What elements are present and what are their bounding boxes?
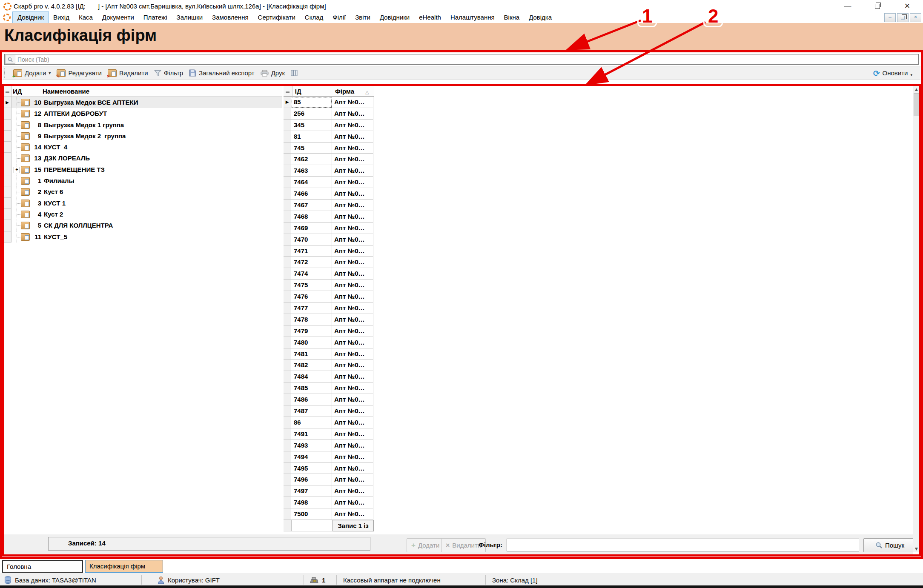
tree-row[interactable]: 11КУСТ_5 <box>3 231 282 243</box>
menu-item-16[interactable]: Довідка <box>524 12 556 23</box>
table-row[interactable]: 7485Апт №0… <box>284 382 374 394</box>
tree-row[interactable]: 5СК ДЛЯ КОЛЛЦЕНТРА <box>3 220 282 231</box>
tree-expander[interactable]: + <box>14 167 20 173</box>
tree-row-id: 12 <box>31 108 41 119</box>
table-row[interactable]: 7500Апт №0… <box>284 508 374 520</box>
table-row[interactable]: 7464Апт №0… <box>284 177 374 188</box>
tree-row[interactable]: 14КУСТ_4 <box>3 142 282 153</box>
tree-row[interactable]: 8Выгрузка Медок 1 группа <box>3 120 282 131</box>
table-row[interactable]: 7467Апт №0… <box>284 200 374 211</box>
tree-row[interactable]: 1Филиалы <box>3 175 282 186</box>
table-row[interactable]: 7472Апт №0… <box>284 257 374 268</box>
tree-row[interactable]: 3КУСТ 1 <box>3 198 282 209</box>
tab-classification[interactable]: Класифікація фірм <box>85 560 163 573</box>
tree-row-content: 8Выгрузка Медок 1 группа <box>11 120 282 131</box>
mdi-restore-button[interactable] <box>897 13 909 22</box>
tree-col-id[interactable]: ИД <box>11 88 43 95</box>
tab-home[interactable]: Головна <box>2 560 83 573</box>
tree-row[interactable]: +15ПЕРЕМЕЩЕНИЕ ТЗ <box>3 164 282 175</box>
table-row[interactable]: 7462Апт №0… <box>284 154 374 165</box>
delete-button[interactable]: × Видалити <box>105 69 151 78</box>
table-row[interactable]: 745Апт №0… <box>284 143 374 154</box>
search-input[interactable] <box>16 56 918 63</box>
scroll-down-arrow[interactable]: ▼ <box>913 545 920 552</box>
edit-button[interactable]: ✎ Редагувати <box>54 69 105 78</box>
folder-crate-icon <box>21 121 30 129</box>
refresh-button[interactable]: ⟳ Оновити ▾ <box>870 68 915 79</box>
menu-item-13[interactable]: eHealth <box>414 12 446 23</box>
table-row[interactable]: 7497Апт №0… <box>284 485 374 497</box>
window-minimize-button[interactable]: — <box>834 0 861 12</box>
table-row[interactable]: 345Апт №0… <box>284 120 374 131</box>
menu-item-6[interactable]: Залишки <box>172 12 208 23</box>
table-row[interactable]: 7481Апт №0… <box>284 348 374 360</box>
menu-item-9[interactable]: Склад <box>300 12 328 23</box>
tree-row[interactable]: ▶10Выгрузка Медок ВСЕ АПТЕКИ <box>3 97 282 108</box>
tree-row[interactable]: 4Куст 2 <box>3 209 282 220</box>
cell-firm: Апт №0… <box>332 177 373 188</box>
menu-item-7[interactable]: Замовлення <box>207 12 253 23</box>
filter-button[interactable]: Фільтр <box>151 69 186 77</box>
menu-item-11[interactable]: Звіти <box>350 12 375 23</box>
menu-item-10[interactable]: Філії <box>328 12 350 23</box>
scroll-up-arrow[interactable]: ▲ <box>913 86 920 93</box>
menu-item-12[interactable]: Довідники <box>375 12 414 23</box>
table-row[interactable]: 7495Апт №0… <box>284 463 374 474</box>
table-row[interactable]: 7476Апт №0… <box>284 291 374 303</box>
menu-item-5[interactable]: Платежі <box>139 12 172 23</box>
mdi-close-button[interactable]: × <box>910 13 921 22</box>
menu-item-3[interactable]: Каса <box>74 12 97 23</box>
filter-input[interactable] <box>507 539 859 551</box>
table-row[interactable]: 86Апт №0… <box>284 417 374 428</box>
table-row[interactable]: 7477Апт №0… <box>284 303 374 314</box>
tree-row[interactable]: 13ДЗК ЛОРЕАЛЬ <box>3 153 282 164</box>
table-row[interactable]: 7469Апт №0… <box>284 223 374 234</box>
grid-col-id[interactable]: ІД <box>292 88 333 95</box>
table-row[interactable]: ▶85Апт №0… <box>284 97 374 108</box>
cell-firm: Апт №0… <box>332 188 373 200</box>
table-row[interactable]: 7487Апт №0… <box>284 405 374 417</box>
table-row[interactable]: 7496Апт №0… <box>284 474 374 485</box>
export-button[interactable]: Загальний експорт <box>186 69 258 77</box>
window-restore-button[interactable] <box>864 0 891 12</box>
table-row[interactable]: 7494Апт №0… <box>284 451 374 463</box>
table-row[interactable]: 7470Апт №0… <box>284 234 374 245</box>
vertical-scrollbar[interactable]: ▲ ▼ <box>913 86 920 552</box>
mdi-minimize-button[interactable]: – <box>884 13 896 22</box>
table-row[interactable]: 7486Апт №0… <box>284 394 374 405</box>
menu-item-2[interactable]: Вихід <box>49 12 74 23</box>
table-row[interactable]: 7479Апт №0… <box>284 325 374 337</box>
table-row[interactable]: 7482Апт №0… <box>284 360 374 371</box>
table-row[interactable]: 7475Апт №0… <box>284 280 374 291</box>
table-row[interactable]: 7466Апт №0… <box>284 188 374 200</box>
columns-button[interactable] <box>288 69 301 77</box>
tree-row[interactable]: 9Выгрузка Медок 2 группа <box>3 131 282 142</box>
grid-col-firm[interactable]: Фірма△ <box>333 88 374 95</box>
table-row[interactable]: 7478Апт №0… <box>284 314 374 325</box>
tree-row[interactable]: 2Куст 6 <box>3 186 282 197</box>
menu-item-1[interactable]: Довідник <box>13 12 49 23</box>
menu-item-4[interactable]: Документи <box>97 12 139 23</box>
scrollbar-thumb[interactable] <box>914 93 920 116</box>
print-button[interactable]: Друк <box>258 69 288 77</box>
table-row[interactable]: 7471Апт №0… <box>284 245 374 257</box>
table-row[interactable]: 7480Апт №0… <box>284 337 374 348</box>
menu-item-15[interactable]: Вікна <box>499 12 525 23</box>
window-close-button[interactable]: × <box>894 0 920 12</box>
table-row[interactable]: 7498Апт №0… <box>284 497 374 508</box>
cell-firm: Апт №0… <box>332 360 373 371</box>
tree-row[interactable]: 12АПТЕКИ ДОБРОБУТ <box>3 108 282 119</box>
tree-col-name[interactable]: Наименование <box>43 88 89 95</box>
search-button[interactable]: Пошук <box>863 538 916 552</box>
menu-item-14[interactable]: Налаштування <box>446 12 499 23</box>
table-row[interactable]: 7463Апт №0… <box>284 165 374 177</box>
table-row[interactable]: 7474Апт №0… <box>284 268 374 280</box>
table-row[interactable]: 256Апт №0… <box>284 108 374 120</box>
table-row[interactable]: 7484Апт №0… <box>284 371 374 382</box>
table-row[interactable]: 81Апт №0… <box>284 131 374 143</box>
table-row[interactable]: 7491Апт №0… <box>284 428 374 440</box>
menu-item-8[interactable]: Сертифікати <box>253 12 300 23</box>
table-row[interactable]: 7468Апт №0… <box>284 211 374 223</box>
add-button[interactable]: + Додати▾ <box>10 69 54 78</box>
table-row[interactable]: 7493Апт №0… <box>284 440 374 451</box>
